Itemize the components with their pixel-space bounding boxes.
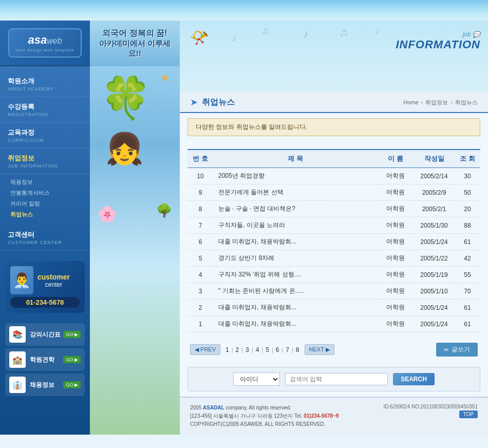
sidebar-item-customer[interactable]: 고객센터 CUSTOMER CENTER — [0, 225, 90, 251]
class-schedule-label: 강의시간표 — [30, 330, 63, 339]
sidebar: asaweb best design web template 학원소개 ABO… — [0, 21, 90, 435]
side-link-academy-visit[interactable]: 🏫 학원견학 GO ▶ — [5, 348, 85, 371]
music-note-1: ♪ — [231, 31, 237, 44]
cell-views-9: 61 — [455, 316, 480, 332]
customer-avatar: 👨‍💼 — [10, 266, 33, 294]
cell-title-1[interactable]: 전문가에게 들어본 선택 — [213, 184, 378, 201]
table-row: 9 전문가에게 들어본 선택 머학원 2005/2/9 50 — [187, 184, 480, 201]
breadcrumb-job-info[interactable]: 취업정보 — [425, 99, 448, 106]
cell-title-9[interactable]: 대졸 미취업자, 채용박람회... — [213, 316, 378, 332]
col-header-author: 이 름 — [378, 150, 414, 168]
sidebar-item-job-news[interactable]: 취업뉴스 — [10, 209, 82, 220]
breadcrumb-sep-1: › — [421, 99, 423, 105]
footer-year: 2005 — [190, 405, 201, 410]
promo-line1: 외국어 정복의 꿈! — [95, 28, 175, 39]
girl-icon: 👧 — [105, 130, 144, 167]
sidebar-item-job-info[interactable]: 취업정보 JOB INFORMATION — [0, 148, 90, 174]
col-header-num: 번 호 — [187, 150, 213, 168]
sidebar-item-academy[interactable]: 학원소개 ABOUT ACADEMY — [0, 71, 90, 97]
menu-title-registration: 수강등록 — [8, 102, 82, 111]
page-num-7[interactable]: 7 — [283, 345, 292, 354]
cell-title-5[interactable]: 경기도 상반기 8차례 — [213, 250, 378, 267]
cell-date-4: 2005/1/24 — [414, 234, 455, 250]
page-num-8[interactable]: 8 — [293, 345, 302, 354]
cell-num-3: 7 — [187, 217, 213, 234]
cell-num-7: 3 — [187, 283, 213, 300]
music-note-3: ♪ — [303, 28, 308, 40]
cell-author-0: 머학원 — [378, 168, 414, 184]
page-num-5[interactable]: 5 — [263, 345, 272, 354]
flower-icon: 🌸 — [98, 205, 117, 223]
footer-copyright: COPYRIGHT(C)2005 ASAWEB. ALL RIGHTS RESE… — [190, 420, 339, 428]
cell-title-4[interactable]: 대졸 미취업자, 채용박람회... — [213, 234, 378, 250]
page-num-2[interactable]: 2 — [233, 345, 242, 354]
cell-date-1: 2005/2/9 — [414, 184, 455, 201]
music-note-5: ♪ — [375, 27, 379, 36]
breadcrumb-home[interactable]: Home — [403, 99, 418, 105]
customer-center-box: 👨‍💼 customer center 01-234-5678 — [5, 261, 85, 313]
footer-rights: company, All rights reserved. — [226, 405, 291, 410]
cell-date-9: 2005/1/24 — [414, 316, 455, 332]
sidebar-item-curriculum[interactable]: 교육과정 CURRICULUM — [0, 123, 90, 148]
cell-author-1: 머학원 — [378, 184, 414, 201]
cell-views-8: 61 — [455, 300, 480, 316]
search-input[interactable] — [285, 373, 388, 385]
menu-title-curriculum: 교육과정 — [8, 128, 82, 137]
logo-tagline: best design web template — [15, 48, 74, 52]
content-area: 📯 ♪ ♫ ♪ ♬ ♪ job 💬 INFORMATION ➤ 취업뉴스 Hom… — [180, 21, 488, 435]
page-num-3[interactable]: 3 — [243, 345, 252, 354]
footer-id-info: ID:6269024 NO:20110830230559450351 — [384, 404, 478, 409]
job-recruit-label: 채용정보 — [30, 381, 63, 389]
sidebar-item-career-column[interactable]: 커리어 칼럼 — [10, 198, 82, 209]
sidebar-item-job-openings[interactable]: 채용정보 — [10, 177, 82, 188]
cell-date-2: 2005/2/1 — [414, 201, 455, 217]
search-select[interactable]: 아이디 제목 내용 — [233, 372, 280, 386]
footer-tel-label: Tel. — [294, 413, 303, 419]
search-button[interactable]: SEARCH — [393, 373, 435, 385]
cell-title-2[interactable]: 논술 · 구술 · 면접 대비책은? — [213, 201, 378, 217]
table-row: 10 2005년 취업경향 머학원 2005/2/14 30 — [187, 168, 480, 184]
prev-button[interactable]: ◀ PREV — [190, 344, 220, 355]
cell-views-6: 55 — [455, 267, 480, 283]
top-label[interactable]: TOP — [459, 410, 478, 418]
cell-author-2: 머학원 — [378, 201, 414, 217]
page-title: 취업뉴스 — [202, 97, 235, 108]
prev-label: ◀ PREV — [195, 346, 216, 353]
cell-title-6[interactable]: 구직자 32% '취업 위해 성형.... — [213, 267, 378, 283]
logo-asa: asa — [28, 33, 47, 46]
job-recruit-go[interactable]: GO ▶ — [63, 381, 81, 388]
page-num-6[interactable]: 6 — [273, 345, 282, 354]
sidebar-item-registration[interactable]: 수강등록 REGISTRATION — [0, 97, 90, 123]
cell-author-6: 머학원 — [378, 267, 414, 283]
write-button[interactable]: ✏ 글쓰기 — [436, 343, 478, 357]
sidebar-item-job-stats[interactable]: 연봉통계서비스 — [10, 188, 82, 198]
page-num-4[interactable]: 4 — [253, 345, 262, 354]
side-link-job-recruit[interactable]: 👔 채용정보 GO ▶ — [5, 374, 85, 396]
class-schedule-go[interactable]: GO ▶ — [63, 331, 81, 338]
page-title-bar: ➤ 취업뉴스 Home › 취업정보 › 취업뉴스 — [180, 92, 488, 113]
job-info-area: job 💬 INFORMATION — [396, 31, 480, 51]
cell-title-0[interactable]: 2005년 취업경향 — [213, 168, 378, 184]
promo-line2: 아카데미에서 이루세요!! — [95, 39, 175, 59]
notice-bar: 다양한 정보와 취업뉴스를 알려드립니다. — [187, 118, 480, 136]
table-row: 2 대졸 미취업자, 채용박람회... 머학원 2005/1/24 61 — [187, 300, 480, 316]
cell-title-3[interactable]: 구직자들, 이곳을 노려라 — [213, 217, 378, 234]
cell-title-8[interactable]: 대졸 미취업자, 채용박람회... — [213, 300, 378, 316]
information-label: INFORMATION — [396, 38, 480, 51]
cell-title-7[interactable]: " 기회는 준비된 사람에게 온..... — [213, 283, 378, 300]
page-num-1[interactable]: 1 — [223, 345, 232, 354]
side-link-class-schedule[interactable]: 📚 강의시간표 GO ▶ — [5, 323, 85, 346]
academy-visit-go[interactable]: GO ▶ — [63, 356, 81, 363]
cell-num-6: 4 — [187, 267, 213, 283]
logo-web: web — [47, 36, 62, 45]
pagination-row: ◀ PREV 1|2|3|4|5|6|7|8 NEXT ▶ ✏ 글쓰기 — [180, 338, 488, 362]
customer-label: customer — [37, 273, 70, 281]
cell-author-5: 머학원 — [378, 250, 414, 267]
title-left: ➤ 취업뉴스 — [190, 97, 235, 108]
top-button[interactable]: TOP — [384, 412, 478, 417]
menu-subtitle-registration: REGISTRATION — [8, 112, 82, 117]
side-links: 📚 강의시간표 GO ▶ 🏫 학원견학 GO ▶ 👔 채용정보 GO ▶ — [0, 318, 90, 404]
cell-date-8: 2005/1/24 — [414, 300, 455, 316]
cell-num-5: 5 — [187, 250, 213, 267]
next-button[interactable]: NEXT ▶ — [305, 344, 334, 355]
